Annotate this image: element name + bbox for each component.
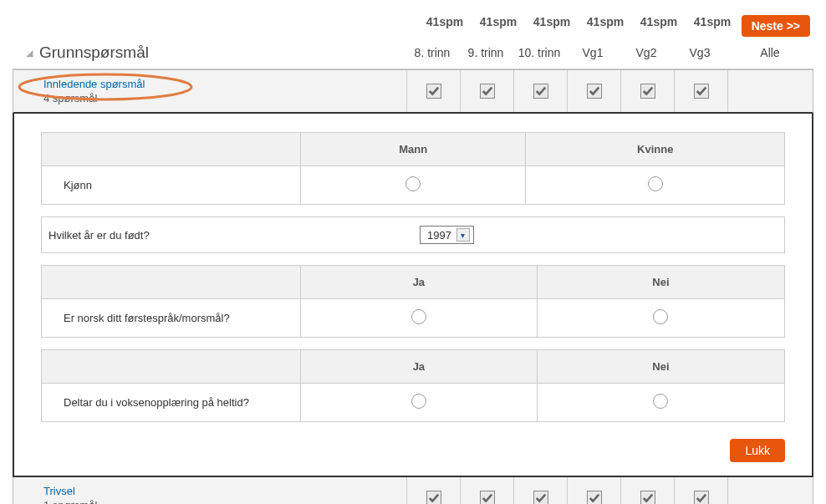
alle-col-header: Alle (727, 46, 813, 59)
page-title: Grunnspørsmål (39, 43, 405, 62)
option-header-nei: Nei (537, 266, 784, 299)
section-link-innledende[interactable]: Innledende spørsmål (43, 78, 406, 90)
grade-checkbox[interactable] (587, 491, 602, 504)
collapse-indicator-icon[interactable]: ◢ (26, 48, 33, 59)
section-subtitle: 4 spørsmål (43, 92, 406, 104)
option-header-nei: Nei (537, 350, 784, 384)
spm-count-col: 41spm (579, 15, 632, 28)
radio-ja[interactable] (411, 309, 426, 324)
grade-checkbox[interactable] (426, 491, 441, 504)
spm-count-col: 41spm (632, 15, 686, 28)
grade-checkbox[interactable] (640, 84, 655, 99)
grade-checkbox[interactable] (426, 84, 441, 99)
spm-count-col: 41spm (686, 15, 739, 28)
grade-checkbox[interactable] (480, 491, 495, 504)
question-label: Kjønn (42, 166, 301, 205)
close-button[interactable]: Lukk (730, 439, 785, 462)
option-header-ja: Ja (301, 266, 538, 299)
grade-checkbox[interactable] (694, 84, 709, 99)
grade-checkbox[interactable] (533, 84, 548, 99)
spm-count-col: 41spm (418, 15, 472, 28)
radio-nei[interactable] (653, 394, 668, 409)
option-header-ja: Ja (301, 350, 538, 384)
grade-checkbox[interactable] (533, 491, 548, 504)
next-button[interactable]: Neste >> (742, 15, 810, 37)
grade-col-header: 10. trinn (512, 46, 566, 59)
spm-count-col: 41spm (472, 15, 525, 28)
birth-year-value: 1997 (427, 229, 451, 242)
question-label: Er norsk ditt førstespråk/morsmål? (42, 299, 301, 338)
question-label: Deltar du i voksenopplæring på heltid? (42, 384, 301, 422)
question-preview-panel: Mann Kvinne Kjønn Hvilket år er du født?… (13, 114, 813, 477)
grade-col-header: Vg3 (673, 46, 727, 59)
section-subtitle: 1 spørsmål (43, 499, 406, 504)
grade-col-header: Vg1 (566, 46, 620, 59)
radio-ja[interactable] (411, 394, 426, 409)
grade-col-header: Vg2 (620, 46, 673, 59)
grade-checkbox[interactable] (694, 491, 709, 504)
grade-col-header: 8. trinn (405, 46, 459, 59)
radio-kvinne[interactable] (648, 176, 663, 191)
option-header-kvinne: Kvinne (526, 133, 785, 166)
section-link-trivsel[interactable]: Trivsel (43, 485, 406, 497)
dropdown-arrow-icon: ▾ (456, 228, 470, 242)
birth-year-select[interactable]: 1997 ▾ (420, 226, 474, 244)
grade-checkbox[interactable] (640, 491, 655, 504)
grade-checkbox[interactable] (587, 84, 602, 99)
grade-col-header: 9. trinn (459, 46, 512, 59)
radio-nei[interactable] (653, 309, 668, 324)
grade-checkbox[interactable] (480, 84, 495, 99)
option-header-mann: Mann (301, 133, 526, 166)
spm-count-col: 41spm (525, 15, 579, 28)
radio-mann[interactable] (405, 176, 421, 191)
question-label: Hvilket år er du født? (42, 217, 414, 253)
